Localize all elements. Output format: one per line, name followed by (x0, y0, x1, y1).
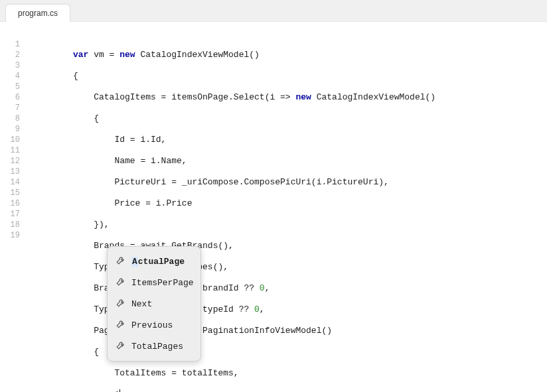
line-number: 1 (0, 39, 25, 50)
wrench-icon (116, 256, 126, 267)
code-line: A (73, 389, 435, 392)
line-number: 12 (0, 156, 25, 166)
code-line: }), (73, 220, 435, 230)
line-number: 9 (0, 124, 25, 135)
completion-item-previous[interactable]: Previous (108, 314, 200, 336)
tab-bar: program.cs (0, 0, 547, 22)
intellisense-popup[interactable]: ActualPage ItemsPerPage Next (107, 246, 201, 361)
code-line: PictureUri = _uriCompose.ComposePicUri(i… (73, 177, 435, 188)
line-number: 10 (0, 135, 25, 145)
line-number: 4 (0, 71, 25, 82)
wrench-icon (116, 341, 126, 352)
line-number: 18 (0, 220, 25, 230)
completion-label: ItemsPerPage (131, 278, 194, 288)
line-number: 11 (0, 145, 25, 156)
line-number: 13 (0, 166, 25, 177)
completion-label: Next (131, 299, 193, 309)
line-number: 7 (0, 103, 25, 113)
wrench-icon (116, 277, 126, 288)
line-number: 15 (0, 188, 25, 198)
code-line: var vm = new CatalogIndexViewModel() (73, 50, 435, 60)
code-line: Name = i.Name, (73, 156, 435, 166)
completion-label: TotalPages (131, 342, 193, 352)
line-number: 6 (0, 92, 25, 103)
line-number-gutter: 1 2 3 4 5 6 7 8 9 10 11 12 13 14 15 16 1… (0, 22, 25, 392)
tab-program-cs[interactable]: program.cs (5, 4, 70, 22)
completion-item-totalpages[interactable]: TotalPages (108, 336, 200, 357)
completion-label: Previous (131, 320, 193, 330)
code-line: Id = i.Id, (73, 135, 435, 145)
editor-window: program.cs 1 2 3 4 5 6 7 8 9 10 11 12 13… (0, 0, 547, 392)
completion-item-itemsperpage[interactable]: ItemsPerPage (108, 272, 200, 293)
completion-label: ActualPage (131, 257, 193, 267)
completion-item-actualpage[interactable]: ActualPage (108, 251, 200, 272)
line-number: 3 (0, 60, 25, 71)
completion-item-next[interactable]: Next (108, 293, 200, 314)
code-line: { (73, 71, 435, 82)
wrench-icon (116, 320, 126, 330)
wrench-icon (116, 298, 126, 309)
line-number: 17 (0, 209, 25, 220)
line-number: 2 (0, 50, 25, 60)
line-number: 19 (0, 230, 25, 241)
code-editor[interactable]: 1 2 3 4 5 6 7 8 9 10 11 12 13 14 15 16 1… (0, 22, 547, 392)
code-line: TotalItems = totalItems, (73, 368, 435, 379)
line-number: 8 (0, 113, 25, 124)
code-line: { (73, 113, 435, 124)
code-line: Price = i.Price (73, 198, 435, 209)
code-area[interactable]: var vm = new CatalogIndexViewModel() { C… (25, 22, 435, 392)
line-number: 14 (0, 177, 25, 188)
code-line: CatalogItems = itemsOnPage.Select(i => n… (73, 92, 435, 103)
tab-label: program.cs (18, 9, 58, 18)
line-number: 5 (0, 82, 25, 92)
text-cursor (119, 389, 120, 392)
line-number: 16 (0, 198, 25, 209)
